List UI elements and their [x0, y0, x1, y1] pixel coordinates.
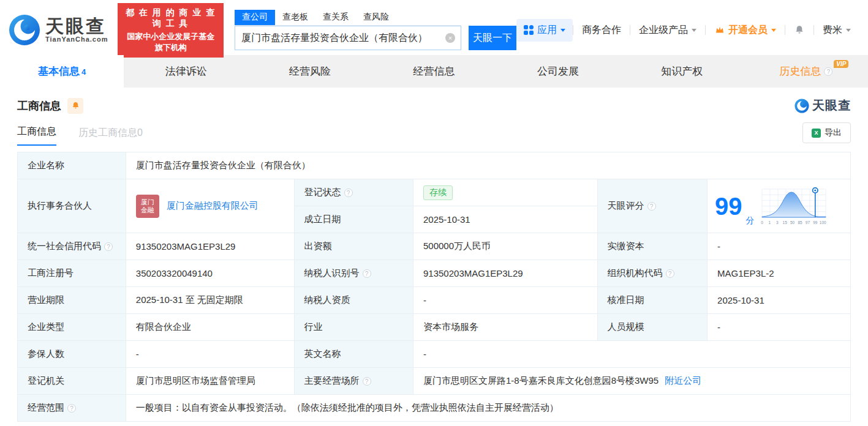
brand-domain: TianYanCha.com — [45, 36, 108, 43]
label-executive-partner: 执行事务合伙人 — [18, 179, 126, 233]
tab-basic-count: 4 — [81, 67, 86, 77]
help-icon[interactable]: ? — [363, 269, 371, 278]
export-button[interactable]: X 导出 — [802, 122, 851, 143]
promo-banner: 都 在 用 的 商 业 查 询 工 具 国家中小企业发展子基金旗下机构 — [118, 3, 224, 58]
menu-enterprise-products[interactable]: 企业级产品 — [630, 24, 705, 37]
label-business-term: 营业期限 — [18, 287, 126, 314]
label-capital: 出资额 — [295, 233, 413, 260]
search-tab-risk[interactable]: 查风险 — [356, 10, 396, 25]
value-business-term: 2025-10-31 至 无固定期限 — [126, 287, 295, 314]
tianyancha-logo-icon — [794, 99, 809, 113]
promo-line1: 都 在 用 的 商 业 查 询 工 具 — [124, 7, 217, 29]
label-english-name: 英文名称 — [295, 341, 413, 368]
subtab-history-business-info[interactable]: 历史工商信息0 — [78, 127, 143, 146]
chevron-down-icon — [560, 29, 565, 32]
search-tab-boss[interactable]: 查老板 — [275, 10, 315, 25]
value-reg-number: 350203320049140 — [126, 260, 295, 287]
nearby-companies-link[interactable]: 附近公司 — [665, 375, 701, 387]
menu-apps-label: 应用 — [537, 24, 557, 37]
value-credit-code: 91350203MAG1EP3L29 — [126, 233, 295, 260]
menu-open-vip[interactable]: 开通会员 — [706, 24, 785, 37]
partner-company-link[interactable]: 厦门金融控股有限公司 — [167, 200, 259, 212]
svg-text:0: 0 — [761, 220, 763, 225]
value-reg-authority: 厦门市思明区市场监督管理局 — [126, 368, 295, 395]
value-taxpayer-quality: - — [413, 287, 598, 314]
svg-text:15: 15 — [782, 220, 787, 225]
status-badge: 存续 — [423, 185, 453, 200]
tab-intellectual-property[interactable]: 知识产权 — [620, 55, 744, 88]
chevron-down-icon — [692, 29, 696, 32]
value-capital: 500000万人民币 — [413, 233, 598, 260]
help-icon[interactable]: ? — [104, 242, 113, 251]
help-icon[interactable]: ? — [344, 189, 353, 197]
help-icon[interactable]: ? — [824, 67, 832, 76]
tab-operating-info[interactable]: 经营信息 — [372, 55, 496, 88]
section-title: 工商信息 — [17, 99, 61, 113]
svg-text:3: 3 — [776, 220, 779, 225]
tianyancha-logo-icon — [9, 14, 40, 46]
tab-operating-risk[interactable]: 经营风险 — [248, 55, 372, 88]
notification-bell[interactable] — [785, 24, 813, 36]
value-tianyan-score: 99 分 0131550859799100 — [708, 179, 851, 233]
svg-text:97: 97 — [805, 220, 810, 225]
menu-apps[interactable]: 应用 — [516, 19, 573, 42]
tab-basic-info[interactable]: 基本信息4 — [0, 55, 124, 88]
svg-text:100: 100 — [819, 220, 826, 225]
label-establish-date: 成立日期 — [295, 206, 413, 233]
value-company-type: 有限合伙企业 — [126, 314, 295, 341]
bell-icon — [71, 101, 80, 110]
label-taxpayer-id: 纳税人识别号? — [295, 260, 413, 287]
value-registration-status: 存续 — [413, 179, 598, 206]
subtab-business-info[interactable]: 工商信息 — [17, 125, 56, 146]
search-button[interactable]: 天眼一下 — [469, 26, 516, 50]
label-business-scope: 经营范围? — [18, 395, 126, 422]
chevron-down-icon — [771, 29, 776, 32]
search-block: 查公司 查老板 查关系 查风险 × 天眼一下 — [235, 10, 516, 50]
user-menu[interactable]: 费米 — [814, 24, 859, 37]
value-english-name: - — [413, 341, 851, 368]
svg-text:85: 85 — [798, 220, 802, 225]
clear-icon[interactable]: × — [445, 33, 455, 43]
monitor-bell-button[interactable] — [67, 98, 83, 114]
search-input[interactable] — [235, 26, 461, 50]
score-unit: 分 — [746, 215, 755, 226]
label-taxpayer-quality: 纳税人资质 — [295, 287, 413, 314]
value-approval-date: 2025-10-31 — [708, 287, 851, 314]
value-industry: 资本市场服务 — [413, 314, 598, 341]
label-org-code: 组织机构代码? — [598, 260, 708, 287]
svg-text:50: 50 — [790, 220, 795, 225]
label-business-address: 主要经营场所? — [295, 368, 413, 395]
help-icon[interactable]: ? — [647, 202, 656, 211]
username: 费米 — [823, 24, 842, 37]
menu-business-cooperation[interactable]: 商务合作 — [573, 24, 630, 37]
label-staff-size: 人员规模 — [598, 314, 708, 341]
help-icon[interactable]: ? — [363, 377, 371, 386]
label-approval-date: 核准日期 — [598, 287, 708, 314]
value-org-code: MAG1EP3L-2 — [708, 260, 851, 287]
crown-icon — [714, 24, 725, 36]
bell-icon — [794, 24, 805, 36]
watermark-text: 天眼查 — [812, 97, 851, 114]
brand-name: 天眼查 — [45, 17, 108, 36]
label-credit-code: 统一社会信用代码? — [18, 233, 126, 260]
search-tab-relation[interactable]: 查关系 — [315, 10, 356, 25]
watermark-logo: 天眼查 — [794, 97, 851, 114]
promo-line2: 国家中小企业发展子基金旗下机构 — [124, 31, 217, 53]
value-company-name: 厦门市盘活存量投资合伙企业（有限合伙） — [126, 152, 851, 179]
label-reg-number: 工商注册号 — [18, 260, 126, 287]
search-tab-company[interactable]: 查公司 — [235, 10, 275, 25]
help-icon[interactable]: ? — [666, 269, 674, 278]
vip-badge: VIP — [834, 60, 848, 68]
tab-company-development[interactable]: 公司发展 — [496, 55, 620, 88]
label-company-name: 企业名称 — [18, 152, 126, 179]
label-registration-status: 登记状态? — [295, 179, 413, 206]
svg-text:1: 1 — [768, 220, 771, 225]
tab-legal-litigation[interactable]: 法律诉讼 — [124, 55, 247, 88]
value-business-scope: 一般项目：以自有资金从事投资活动。（除依法须经批准的项目外，凭营业执照依法自主开… — [126, 395, 851, 422]
tianyancha-logo[interactable]: 天眼查 TianYanCha.com — [9, 14, 108, 46]
value-paid-capital: - — [708, 233, 851, 260]
value-insured-count: - — [126, 341, 295, 368]
svg-text:99: 99 — [813, 220, 818, 225]
help-icon[interactable]: ? — [67, 404, 76, 413]
tab-history-info[interactable]: 历史信息? VIP — [744, 55, 868, 88]
